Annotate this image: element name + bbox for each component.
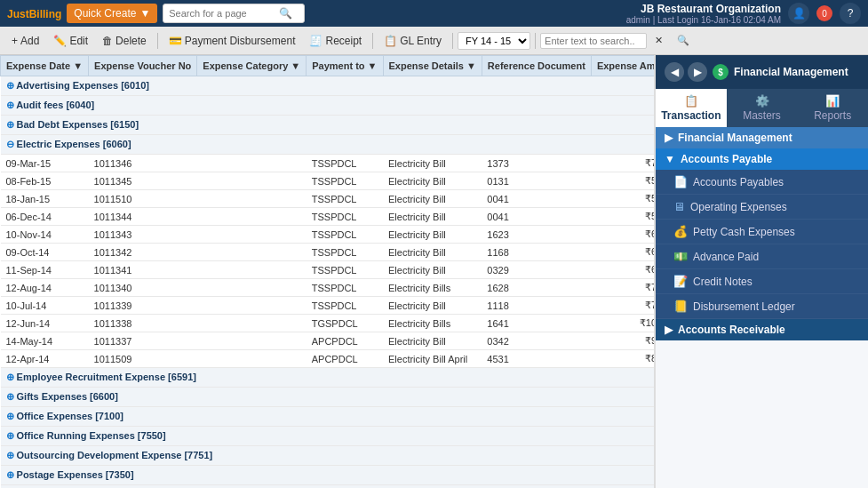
cell-details: Electricity Bill: [383, 297, 482, 315]
payment-disbursement-button[interactable]: 💳 Payment Disbursement: [163, 32, 302, 50]
fy-select[interactable]: FY 14 - 15: [458, 32, 530, 50]
group-row[interactable]: ⊕ Postage Expenses [7350]: [1, 466, 656, 485]
dollar-icon: $: [713, 64, 729, 80]
group-row[interactable]: ⊕ Audit fees [6040]: [1, 96, 656, 116]
filter-clear-button[interactable]: ✕: [649, 32, 669, 49]
credit-notes-icon: 📝: [673, 275, 688, 288]
cell-voucher: 1011509: [89, 350, 197, 368]
help-icon[interactable]: ?: [840, 3, 861, 24]
table-row[interactable]: 09-Mar-15 1011346 TSSPDCL Electricity Bi…: [1, 155, 656, 172]
add-button[interactable]: + Add: [5, 32, 45, 50]
menu-operating-expenses[interactable]: 🖥 Operating Expenses: [656, 195, 868, 220]
financial-management-label: Financial Management: [678, 132, 792, 144]
search-icon: 🔍: [279, 7, 292, 20]
table-row[interactable]: 08-Feb-15 1011345 TSSPDCL Electricity Bi…: [1, 172, 656, 190]
disbursement-ledger-icon: 📒: [673, 300, 688, 313]
forward-arrow[interactable]: ▶: [688, 62, 707, 82]
filter-input[interactable]: [540, 33, 647, 49]
cell-ref: 0041: [482, 190, 591, 208]
menu-credit-notes[interactable]: 📝 Credit Notes: [656, 269, 868, 294]
accounts-receivable-section[interactable]: ▶ Accounts Receivable: [656, 319, 868, 340]
right-panel: ◀ ▶ $ Financial Management 📋 Transaction…: [655, 55, 868, 488]
group-row[interactable]: ⊕ Office Expenses [7100]: [1, 407, 656, 427]
separator2: [372, 33, 373, 49]
gl-entry-button[interactable]: 📋 GL Entry: [378, 32, 448, 50]
cell-payment: TSSPDCL: [307, 297, 383, 315]
col-details: Expense Details ▼: [383, 56, 482, 76]
separator4: [535, 33, 536, 49]
table-row[interactable]: 09-Oct-14 1011342 TSSPDCL Electricity Bi…: [1, 244, 656, 261]
table-row[interactable]: 18-Jan-15 1011510 TSSPDCL Electricity Bi…: [1, 190, 656, 208]
delete-button[interactable]: 🗑 Delete: [96, 32, 153, 50]
menu-petty-cash[interactable]: 💰 Petty Cash Expenses: [656, 220, 868, 244]
separator: [157, 33, 158, 49]
cell-details: Electricity Bill: [383, 244, 482, 261]
menu-accounts-payables[interactable]: 📄 Accounts Payables: [656, 170, 868, 195]
user-icon[interactable]: 👤: [788, 3, 809, 24]
app-logo: JustBilling: [7, 6, 61, 20]
cell-ref: 0342: [482, 332, 591, 350]
back-arrow[interactable]: ◀: [665, 62, 684, 82]
global-search[interactable]: 🔍: [163, 4, 305, 23]
notification-badge[interactable]: 0: [816, 5, 832, 21]
accounts-receivable-label: Accounts Receivable: [678, 324, 785, 336]
table-row[interactable]: 12-Jun-14 1011338 TGSPDCL Electricity Bi…: [1, 315, 656, 332]
cell-category: [197, 172, 307, 190]
accounts-payable-section[interactable]: ▼ Accounts Payable: [656, 148, 868, 170]
table-row[interactable]: 12-Apr-14 1011509 APCPDCL Electricity Bi…: [1, 350, 656, 368]
filter-search-button[interactable]: 🔍: [671, 32, 696, 49]
group-row[interactable]: ⊕ Rent or Lease Expenses [7400]: [1, 485, 656, 489]
receipt-button[interactable]: 🧾 Receipt: [303, 32, 368, 50]
col-amount: Expense Amount ▼: [591, 56, 655, 76]
cell-date: 12-Aug-14: [1, 279, 89, 297]
group-row[interactable]: ⊕ Advertising Expenses [6010]: [1, 76, 656, 96]
financial-management-section[interactable]: ▶ Financial Management: [656, 127, 868, 148]
separator3: [452, 33, 453, 49]
cell-voucher: 1011342: [89, 244, 197, 261]
cell-details: Electricity Bill: [383, 190, 482, 208]
right-panel-header: ◀ ▶ $ Financial Management: [656, 55, 868, 89]
col-voucher: Expense Voucher No: [89, 56, 197, 76]
menu-advance-paid[interactable]: 💵 Advance Paid: [656, 244, 868, 269]
cell-ref: 0041: [482, 208, 591, 226]
table-row[interactable]: 10-Jul-14 1011339 TSSPDCL Electricity Bi…: [1, 297, 656, 315]
advance-paid-icon: 💵: [673, 250, 688, 263]
table-row[interactable]: 12-Aug-14 1011340 TSSPDCL Electricity Bi…: [1, 279, 656, 297]
search-input[interactable]: [169, 8, 275, 19]
group-row[interactable]: ⊕ Gifts Expenses [6600]: [1, 388, 656, 407]
table-header-row: Expense Date ▼ Expense Voucher No Expens…: [1, 56, 656, 76]
group-row[interactable]: ⊕ Office Running Expenses [7550]: [1, 427, 656, 446]
cell-payment: TSSPDCL: [307, 261, 383, 279]
cell-voucher: 1011344: [89, 208, 197, 226]
tab-reports[interactable]: 📊 Reports: [797, 89, 868, 127]
cell-date: 12-Jun-14: [1, 315, 89, 332]
cell-details: Electricity Bill: [383, 332, 482, 350]
menu-disbursement-ledger[interactable]: 📒 Disbursement Ledger: [656, 294, 868, 319]
table-row[interactable]: 06-Dec-14 1011344 TSSPDCL Electricity Bi…: [1, 208, 656, 226]
tab-transaction[interactable]: 📋 Transaction: [656, 89, 727, 127]
group-row[interactable]: ⊕ Outsourcing Development Expense [7751]: [1, 446, 656, 466]
cell-category: [197, 208, 307, 226]
group-row[interactable]: ⊕ Employee Recruitment Expense [6591]: [1, 368, 656, 388]
table-row[interactable]: 11-Sep-14 1011341 TSSPDCL Electricity Bi…: [1, 261, 656, 279]
table-row[interactable]: 14-May-14 1011337 APCPDCL Electricity Bi…: [1, 332, 656, 350]
col-payment: Payment to ▼: [307, 56, 383, 76]
main-content: Expense Date ▼ Expense Voucher No Expens…: [0, 55, 868, 488]
cell-date: 08-Feb-15: [1, 172, 89, 190]
payment-icon: 💳: [169, 35, 182, 47]
expand-icon: ⊕: [6, 119, 14, 130]
cell-category: [197, 155, 307, 172]
quick-create-button[interactable]: Quick Create ▼: [67, 4, 157, 23]
group-row[interactable]: ⊕ Bad Debt Expenses [6150]: [1, 116, 656, 135]
accounts-payables-icon: 📄: [673, 175, 688, 188]
expand-icon: ⊕: [6, 100, 14, 110]
cell-payment: TSSPDCL: [307, 244, 383, 261]
expand-icon: ⊕: [6, 391, 14, 402]
cell-ref: 1168: [482, 244, 591, 261]
group-row[interactable]: ⊖ Electric Expenses [6060]: [1, 135, 656, 155]
edit-button[interactable]: ✏️ Edit: [47, 32, 94, 50]
cell-voucher: 1011343: [89, 226, 197, 244]
expense-table: Expense Date ▼ Expense Voucher No Expens…: [0, 55, 655, 488]
tab-masters[interactable]: ⚙️ Masters: [727, 89, 798, 127]
table-row[interactable]: 10-Nov-14 1011343 TSSPDCL Electricity Bi…: [1, 226, 656, 244]
